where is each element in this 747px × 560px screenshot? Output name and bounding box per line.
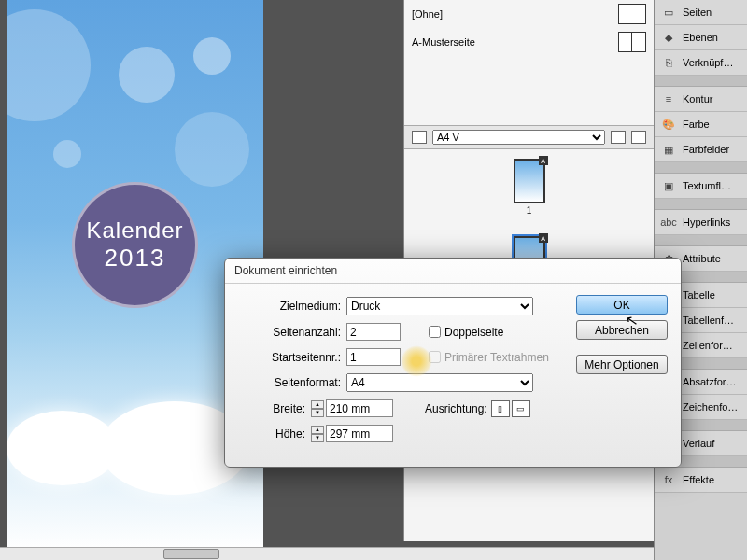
panel-icon: abc <box>660 216 677 229</box>
ausrichtung-label: Ausrichtung: <box>425 402 487 415</box>
panel-kontur[interactable]: ≡Kontur <box>655 87 747 112</box>
zielmedium-select[interactable]: Druck <box>346 297 533 315</box>
master-label: A-Musterseite <box>412 36 475 48</box>
seitenformat-select[interactable]: A4 <box>346 373 533 392</box>
panel-label: Seiten <box>683 7 712 18</box>
master-swatch-icon <box>618 32 646 52</box>
page-thumb-1[interactable]: A 1 <box>514 159 545 216</box>
doppelseite-check[interactable] <box>429 326 441 338</box>
master-swatch-icon <box>618 4 646 24</box>
startseitennr-input[interactable] <box>346 348 401 366</box>
orientation-landscape-icon[interactable] <box>631 131 646 144</box>
panel-icon: 🎨 <box>660 118 677 131</box>
master-pages-list[interactable]: [Ohne] A-Musterseite <box>404 0 654 126</box>
panel-label: Ebenen <box>683 32 718 43</box>
page-preset-bar: A4 V <box>404 126 654 149</box>
panel-farbe[interactable]: 🎨Farbe <box>655 112 747 137</box>
title-badge: Kalender 2013 <box>72 182 198 308</box>
page-number: 1 <box>527 205 532 216</box>
document-setup-dialog: Dokument einrichten Zielmedium: Druck Se… <box>224 258 682 468</box>
startseitennr-label: Startseitennr.: <box>240 351 341 364</box>
doppelseite-checkbox[interactable]: Doppelseite <box>429 326 503 339</box>
panel-effekte[interactable]: fxEffekte <box>655 468 747 493</box>
layout-icon[interactable] <box>412 131 427 144</box>
primaer-label: Primärer Textrahmen <box>444 351 549 364</box>
panel-farbfelder[interactable]: ▦Farbfelder <box>655 137 747 162</box>
panel-ebenen[interactable]: ◆Ebenen <box>655 25 747 50</box>
panel-hyperlinks[interactable]: abcHyperlinks <box>655 210 747 235</box>
orientation-landscape-button[interactable]: ▭ <box>512 400 530 417</box>
panel-label: Verlauf <box>683 438 714 449</box>
master-marker: A <box>539 156 548 165</box>
panel-label: Attribute <box>683 253 721 264</box>
badge-line2: 2013 <box>105 244 166 273</box>
horizontal-scrollbar[interactable] <box>0 547 654 560</box>
seitenanzahl-input[interactable] <box>346 323 401 341</box>
panel-label: Verknüpf… <box>683 57 733 68</box>
panel-label: Farbfelder <box>683 144 729 155</box>
hoehe-spinner[interactable]: ▲▼ <box>311 426 324 442</box>
panel-seiten[interactable]: ▭Seiten <box>655 0 747 25</box>
hoehe-label: Höhe: <box>262 427 305 441</box>
panel-label: Farbe <box>683 119 710 130</box>
master-marker: A <box>539 233 548 243</box>
hoehe-input[interactable] <box>326 425 393 442</box>
master-item-none[interactable]: [Ohne] <box>404 0 654 28</box>
panel-label: Textumfl… <box>683 180 731 191</box>
badge-line1: Kalender <box>86 217 183 244</box>
panel-label: Hyperlinks <box>683 217 730 228</box>
master-item-a[interactable]: A-Musterseite <box>404 28 654 56</box>
breite-label: Breite: <box>262 402 305 415</box>
page-preset-select[interactable]: A4 V <box>432 130 605 145</box>
panel-icon: ▭ <box>660 6 677 19</box>
panel-verknpf[interactable]: ⎘Verknüpf… <box>655 50 747 76</box>
master-label: [Ohne] <box>412 8 443 20</box>
primaer-checkbox: Primärer Textrahmen <box>429 351 549 364</box>
cancel-button[interactable]: Abbrechen <box>576 320 668 340</box>
panel-label: Zeichenfo… <box>683 401 738 413</box>
panel-icon: ▣ <box>660 179 677 192</box>
panel-textumfl[interactable]: ▣Textumfl… <box>655 174 747 199</box>
panel-icon: fx <box>660 473 677 486</box>
orientation-portrait-icon[interactable] <box>611 131 626 144</box>
seitenformat-label: Seitenformat: <box>240 376 341 389</box>
panel-label: Absatzfor… <box>683 376 736 387</box>
panel-icon: ≡ <box>660 92 677 105</box>
primaer-check <box>429 351 441 363</box>
panel-label: Tabelle <box>683 289 715 301</box>
panel-icon: ▦ <box>660 143 677 156</box>
panel-icon: ◆ <box>660 31 677 44</box>
doppelseite-label: Doppelseite <box>444 326 503 339</box>
panel-label: Zellenfor… <box>683 340 733 351</box>
orientation-portrait-button[interactable]: ▯ <box>491 400 510 417</box>
panel-label: Tabellenf… <box>683 315 734 326</box>
panel-icon: ⎘ <box>660 56 677 69</box>
ok-button[interactable]: OK <box>576 295 668 315</box>
breite-spinner[interactable]: ▲▼ <box>311 400 324 417</box>
seitenanzahl-label: Seitenanzahl: <box>240 326 341 339</box>
breite-input[interactable] <box>326 399 393 417</box>
dialog-title: Dokument einrichten <box>225 259 681 284</box>
panel-label: Effekte <box>683 474 714 485</box>
scrollbar-thumb[interactable] <box>163 549 219 559</box>
panel-label: Kontur <box>683 93 712 105</box>
zielmedium-label: Zielmedium: <box>240 300 341 313</box>
more-options-button[interactable]: Mehr Optionen <box>576 355 668 374</box>
